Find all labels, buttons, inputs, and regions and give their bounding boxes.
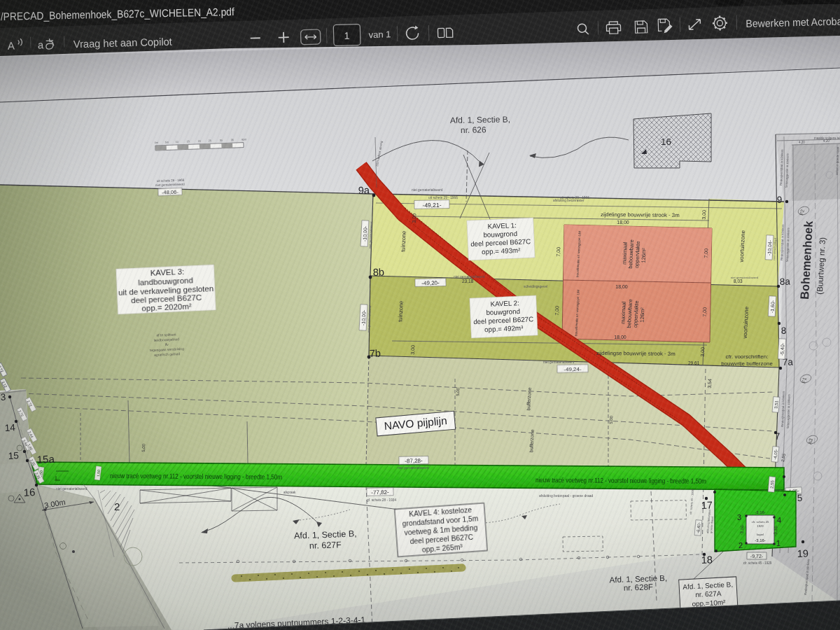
svg-text:126m²: 126m² bbox=[640, 248, 647, 263]
svg-text:KAVEL 1:: KAVEL 1: bbox=[487, 221, 517, 230]
svg-text:-10,00-: -10,00- bbox=[362, 225, 368, 241]
svg-text:-49,24-: -49,24- bbox=[564, 366, 582, 372]
svg-text:15a: 15a bbox=[36, 453, 55, 465]
svg-text:nr. 627A: nr. 627A bbox=[695, 589, 722, 598]
svg-text:-49,21-: -49,21- bbox=[422, 202, 441, 209]
svg-text:af te splitsen: af te splitsen bbox=[156, 332, 176, 337]
svg-text:4,20: 4,20 bbox=[799, 141, 805, 144]
svg-text:Bewerken met Acroba: Bewerken met Acroba bbox=[746, 15, 840, 29]
svg-text:KAVEL 2:: KAVEL 2: bbox=[490, 299, 519, 308]
svg-text:9a: 9a bbox=[358, 184, 371, 196]
svg-text:3,00: 3,00 bbox=[701, 210, 707, 220]
svg-text:0m: 0m bbox=[155, 141, 158, 144]
svg-text:niet gematerialiseerd: niet gematerialiseerd bbox=[731, 276, 759, 279]
svg-text:KAVEL 3:: KAVEL 3: bbox=[150, 267, 184, 277]
svg-text:niet gematerialiseerd: niet gematerialiseerd bbox=[543, 360, 575, 364]
svg-text:niet gematerialiseerd: niet gematerialiseerd bbox=[412, 188, 443, 192]
svg-text:16: 16 bbox=[23, 486, 36, 498]
svg-text:5,00: 5,00 bbox=[456, 387, 461, 396]
svg-text:bouwvrije bufferzone: bouwvrije bufferzone bbox=[721, 360, 773, 367]
svg-text:16: 16 bbox=[661, 136, 671, 147]
svg-text:-49,20-: -49,20- bbox=[421, 280, 440, 286]
svg-text:bouwgrond: bouwgrond bbox=[483, 230, 517, 239]
svg-text:4,20: 4,20 bbox=[823, 139, 830, 143]
svg-text:18,00: 18,00 bbox=[614, 335, 626, 340]
svg-text:8b: 8b bbox=[373, 266, 385, 278]
svg-text:3,54: 3,54 bbox=[707, 379, 713, 388]
svg-text:niet gematerialiseerd: niet gematerialiseerd bbox=[56, 487, 88, 491]
svg-text:4: 4 bbox=[777, 516, 781, 524]
svg-text:9: 9 bbox=[777, 195, 783, 205]
svg-text:nr. 626: nr. 626 bbox=[461, 125, 486, 135]
svg-text:van 1: van 1 bbox=[368, 29, 391, 40]
svg-text:29,61: 29,61 bbox=[688, 360, 700, 365]
svg-text:10: 10 bbox=[176, 141, 178, 144]
svg-text:8a: 8a bbox=[780, 276, 791, 287]
svg-text:-10,00-: -10,00- bbox=[360, 309, 366, 326]
svg-text:2,55: 2,55 bbox=[770, 479, 775, 489]
svg-text:2: 2 bbox=[114, 500, 120, 512]
svg-text:7,00: 7,00 bbox=[704, 248, 709, 258]
svg-text:bouwgrond: bouwgrond bbox=[486, 307, 520, 316]
svg-text:tuinzone: tuinzone bbox=[397, 300, 405, 322]
svg-text:nieuw tracé voetweg nr.112 - v: nieuw tracé voetweg nr.112 - voorstel ni… bbox=[110, 472, 282, 481]
svg-text:Afd. 1, Sectie B,: Afd. 1, Sectie B, bbox=[450, 114, 510, 125]
svg-text:kapel: kapel bbox=[757, 533, 764, 536]
svg-text:7,00: 7,00 bbox=[702, 307, 708, 317]
svg-text:nieuw tracé voetweg nr.112 - v: nieuw tracé voetweg nr.112 - voorstel ni… bbox=[536, 476, 706, 485]
svg-text:18,00: 18,00 bbox=[615, 284, 628, 289]
svg-text:5,00: 5,00 bbox=[141, 443, 146, 452]
svg-text:gf. schets 28 - 1934: gf. schets 28 - 1934 bbox=[367, 498, 396, 502]
svg-text:-48,06-: -48,06- bbox=[162, 189, 179, 196]
svg-text:uit schets 29 - 1966: uit schets 29 - 1966 bbox=[560, 196, 589, 200]
svg-text:40m: 40m bbox=[241, 138, 247, 141]
svg-text:17: 17 bbox=[701, 499, 713, 511]
svg-text:uit schets 29 - 1966: uit schets 29 - 1966 bbox=[428, 196, 458, 200]
svg-text:nr. 628F: nr. 628F bbox=[624, 582, 654, 592]
svg-text:3,00: 3,00 bbox=[412, 214, 417, 223]
svg-text:126m²: 126m² bbox=[638, 307, 645, 323]
svg-text:15: 15 bbox=[8, 450, 19, 461]
svg-text:14: 14 bbox=[4, 422, 15, 433]
svg-text:-87,28-: -87,28- bbox=[405, 458, 423, 464]
svg-text:-5,40-: -5,40- bbox=[780, 342, 785, 356]
svg-text:8,03: 8,03 bbox=[734, 279, 743, 284]
svg-text:-77,82-: -77,82- bbox=[371, 489, 389, 496]
svg-text:-3,16-: -3,16- bbox=[755, 538, 766, 542]
svg-text:3: 3 bbox=[737, 513, 741, 522]
svg-text:afsluiting betonpaal - groene: afsluiting betonpaal - groene draad bbox=[539, 493, 593, 498]
svg-text:7b: 7b bbox=[370, 347, 382, 359]
svg-text:A: A bbox=[8, 39, 15, 51]
svg-text:1,50: 1,50 bbox=[96, 470, 101, 477]
svg-text:5,00: 5,00 bbox=[609, 415, 614, 424]
svg-text:zijdelingse bouwvrije strook -: zijdelingse bouwvrije strook - 3m bbox=[596, 350, 676, 357]
svg-text:cfr. schets 45 - 1929: cfr. schets 45 - 1929 bbox=[743, 561, 772, 565]
svg-text:1929: 1929 bbox=[757, 524, 764, 528]
svg-text:cfr. schets 45: cfr. schets 45 bbox=[752, 520, 769, 524]
svg-text:30: 30 bbox=[220, 139, 223, 142]
svg-text:25: 25 bbox=[209, 139, 211, 142]
svg-text:5m: 5m bbox=[165, 141, 169, 144]
svg-text:-9,72-: -9,72- bbox=[750, 554, 764, 559]
svg-text:5: 5 bbox=[797, 493, 803, 503]
svg-text:-10,04-: -10,04- bbox=[766, 239, 772, 255]
svg-text:3,00: 3,00 bbox=[700, 347, 706, 357]
svg-text:7,00: 7,00 bbox=[554, 306, 560, 316]
svg-text:23,18: 23,18 bbox=[462, 279, 474, 284]
svg-text:niet gematerialiseerd: niet gematerialiseerd bbox=[398, 466, 429, 470]
svg-text:35: 35 bbox=[231, 139, 234, 141]
svg-text:cfr. voorschriften:: cfr. voorschriften: bbox=[726, 354, 769, 360]
svg-text:1: 1 bbox=[344, 30, 349, 41]
svg-text:8: 8 bbox=[781, 326, 787, 336]
svg-text:tuinzone: tuinzone bbox=[400, 230, 407, 252]
svg-text:ifv: ifv bbox=[164, 342, 169, 346]
svg-text:2: 2 bbox=[738, 541, 743, 550]
svg-text:-1,60-: -1,60- bbox=[770, 300, 776, 313]
svg-text:afspraak: afspraak bbox=[284, 491, 296, 494]
svg-text:-3,16-: -3,16- bbox=[755, 510, 766, 514]
svg-text:3: 3 bbox=[0, 392, 6, 402]
svg-text:19: 19 bbox=[797, 547, 809, 559]
svg-text:18,00: 18,00 bbox=[617, 220, 629, 225]
svg-text:15: 15 bbox=[187, 140, 190, 143]
svg-text:scheidingsgevel: scheidingsgevel bbox=[524, 285, 547, 288]
